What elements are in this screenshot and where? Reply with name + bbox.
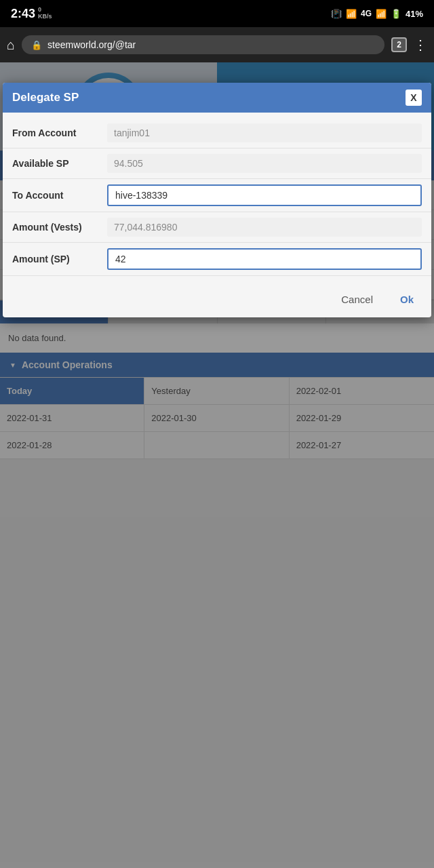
modal-footer: Cancel Ok — [3, 281, 431, 317]
modal-overlay: Delegate SP X From Account tanjim01 Avai… — [0, 62, 434, 868]
amount-sp-row: Amount (SP) — [3, 243, 431, 276]
modal-header: Delegate SP X — [3, 83, 431, 113]
amount-sp-input[interactable] — [107, 248, 422, 270]
ok-button[interactable]: Ok — [392, 290, 422, 309]
available-sp-value: 94.505 — [107, 154, 422, 173]
menu-icon[interactable]: ⋮ — [414, 37, 427, 53]
page-content: 88.93 % ▲ new 22 January 20 Delegate SP … — [0, 62, 434, 868]
battery-icon: 🔋 — [391, 9, 401, 19]
network-label: 4G — [361, 9, 372, 18]
status-kb: 0KB/s — [38, 7, 52, 20]
home-icon[interactable]: ⌂ — [7, 37, 15, 53]
status-icons: 📳 📶 4G 📶 🔋 41% — [331, 9, 423, 19]
from-account-label: From Account — [12, 127, 107, 138]
from-account-value: tanjim01 — [107, 123, 422, 142]
available-sp-row: Available SP 94.505 — [3, 149, 431, 179]
modal-body: From Account tanjim01 Available SP 94.50… — [3, 113, 431, 281]
cancel-button[interactable]: Cancel — [333, 290, 381, 309]
to-account-input[interactable] — [107, 184, 422, 206]
modal-title: Delegate SP — [12, 91, 79, 104]
amount-vests-row: Amount (Vests) 77,044.816980 — [3, 212, 431, 243]
url-text: steemworld.org/@tar — [47, 39, 136, 50]
vibrate-icon: 📳 — [331, 9, 342, 19]
battery-percent: 41% — [406, 9, 423, 19]
tab-count[interactable]: 2 — [391, 37, 407, 52]
amount-sp-label: Amount (SP) — [12, 254, 107, 264]
status-bar: 2:43 0KB/s 📳 📶 4G 📶 🔋 41% — [0, 0, 434, 27]
signal2-icon: 📶 — [376, 9, 387, 19]
to-account-row: To Account — [3, 179, 431, 212]
address-bar[interactable]: 🔒 steemworld.org/@tar — [22, 35, 384, 54]
amount-vests-label: Amount (Vests) — [12, 222, 107, 233]
signal-icon: 📶 — [346, 9, 357, 19]
available-sp-label: Available SP — [12, 158, 107, 169]
amount-vests-value: 77,044.816980 — [107, 218, 422, 237]
modal-close-button[interactable]: X — [406, 90, 422, 106]
from-account-row: From Account tanjim01 — [3, 118, 431, 149]
lock-icon: 🔒 — [31, 40, 42, 50]
browser-bar: ⌂ 🔒 steemworld.org/@tar 2 ⋮ — [0, 27, 434, 62]
to-account-label: To Account — [12, 190, 107, 201]
delegate-sp-modal: Delegate SP X From Account tanjim01 Avai… — [3, 83, 431, 317]
status-time: 2:43 — [11, 7, 35, 21]
